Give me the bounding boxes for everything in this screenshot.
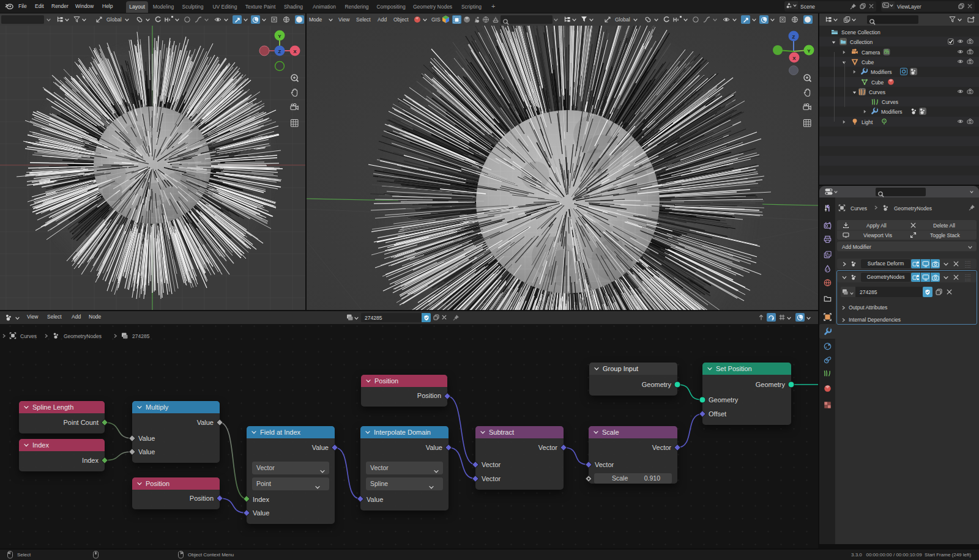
- svg-text:Z: Z: [792, 34, 795, 40]
- svg-text:Z: Z: [278, 49, 281, 54]
- svg-text:Y: Y: [807, 48, 811, 54]
- svg-text:X: X: [792, 56, 796, 61]
- svg-text:Y: Y: [278, 34, 281, 39]
- svg-text:X: X: [293, 49, 297, 54]
